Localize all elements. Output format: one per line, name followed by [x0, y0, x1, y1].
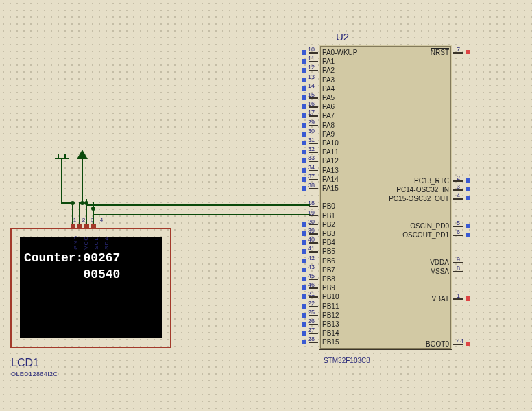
- pin-label: NRST: [431, 49, 449, 56]
- pin-label: PA7: [322, 112, 335, 119]
- pin-terminal[interactable]: [302, 268, 306, 272]
- lcd-pin-num-4: 4: [99, 217, 104, 223]
- pin-terminal[interactable]: [302, 132, 306, 137]
- pin-label: PA8: [322, 121, 335, 129]
- pin-label: PB3: [322, 230, 335, 237]
- pin-terminal[interactable]: [302, 340, 306, 344]
- pin-number: 3: [457, 183, 460, 190]
- pin-terminal[interactable]: [466, 296, 470, 301]
- pin-label: PC13_RTC: [414, 177, 449, 185]
- lcd-pin-numbers: 1 2 3 4: [72, 217, 104, 223]
- pin-number: 7: [457, 46, 460, 53]
- gnd-bar-1: [55, 158, 69, 159]
- pin-terminal[interactable]: [302, 158, 306, 163]
- lcd-line-2: 00540: [24, 268, 120, 281]
- pin-terminal[interactable]: [302, 123, 306, 128]
- pin-number: 5: [457, 220, 460, 226]
- lcd-pin-names: GND VCC SCL SDA: [73, 235, 110, 250]
- pin-terminal[interactable]: [302, 259, 306, 263]
- wire-sda[interactable]: [93, 214, 310, 215]
- pin-label: PB15: [322, 338, 339, 346]
- pin-terminal[interactable]: [302, 222, 306, 227]
- pin-terminal[interactable]: [302, 50, 306, 55]
- pin-terminal[interactable]: [466, 50, 470, 54]
- pin-label: PA15: [322, 185, 339, 192]
- pin-label: PB12: [322, 312, 339, 319]
- pin-terminal[interactable]: [302, 240, 306, 245]
- power-stem: [82, 158, 83, 202]
- pin-label: PB8: [322, 275, 335, 283]
- pin-label: PA5: [322, 94, 335, 102]
- pin-terminal[interactable]: [302, 249, 306, 254]
- pin-terminal[interactable]: [302, 150, 306, 154]
- wire-scl[interactable]: [86, 204, 310, 206]
- pin-terminal[interactable]: [302, 294, 306, 299]
- pin-label: PA9: [322, 130, 335, 138]
- pin-label: PA14: [322, 176, 339, 183]
- pin-label: PA6: [322, 103, 335, 110]
- pin-label: OSCIN_PD0: [410, 222, 449, 230]
- pin-label: PA0-WKUP: [322, 49, 358, 56]
- pin-terminal[interactable]: [466, 342, 470, 346]
- gnd-stem: [61, 159, 62, 202]
- pin-label: VDDA: [430, 259, 449, 266]
- gnd-tick-r: [64, 154, 66, 158]
- pin-terminal[interactable]: [302, 141, 306, 145]
- pin-terminal[interactable]: [302, 104, 306, 109]
- pin-terminal[interactable]: [302, 285, 306, 290]
- pin-label: PC15-OSC32_OUT: [389, 195, 449, 202]
- lcd-ref[interactable]: LCD1: [11, 357, 39, 369]
- lcd-pin-name-sda: SDA: [104, 235, 110, 250]
- pin-terminal[interactable]: [302, 113, 306, 118]
- pin-terminal[interactable]: [302, 86, 306, 91]
- pin-number: 2: [457, 174, 460, 181]
- pin-terminal[interactable]: [302, 68, 306, 73]
- pin-label: PA3: [322, 76, 335, 84]
- pin-terminal[interactable]: [466, 269, 470, 273]
- pin-label: PA13: [322, 167, 339, 174]
- pin-label: PC14-OSC32_IN: [396, 186, 449, 193]
- wire[interactable]: [72, 202, 73, 224]
- pin-label: BOOT0: [426, 340, 449, 348]
- lcd-pin-name-scl: SCL: [93, 235, 99, 250]
- pin-number: 44: [457, 338, 463, 344]
- pin-label: PA12: [322, 157, 339, 165]
- chip-value[interactable]: STM32F103C8: [324, 357, 370, 364]
- chip-ref[interactable]: U2: [336, 31, 349, 43]
- pin-terminal[interactable]: [302, 78, 306, 82]
- pin-number: 9: [457, 256, 460, 263]
- lcd-value[interactable]: OLED12864I2C: [11, 371, 58, 377]
- pin-terminal[interactable]: [302, 168, 306, 173]
- schematic-canvas[interactable]: 1 2 3 4 Counter:00267 00540 GND VCC SCL: [0, 0, 532, 411]
- wire[interactable]: [79, 202, 80, 224]
- pin-terminal[interactable]: [302, 177, 306, 182]
- pin-terminal[interactable]: [302, 59, 306, 64]
- pin-label: PA10: [322, 139, 339, 147]
- pin-terminal[interactable]: [466, 178, 470, 183]
- lcd-pin-name-gnd: GND: [73, 235, 79, 250]
- pin-terminal[interactable]: [302, 95, 306, 100]
- pin-terminal[interactable]: [302, 231, 306, 236]
- pin-label: PB7: [322, 266, 335, 274]
- pin-terminal[interactable]: [466, 224, 470, 228]
- pin-terminal[interactable]: [302, 322, 306, 327]
- pin-label: PA4: [322, 85, 335, 93]
- pin-terminal[interactable]: [302, 304, 306, 309]
- pin-label: PB10: [322, 293, 339, 301]
- pin-label: VBAT: [432, 295, 449, 303]
- chip-component[interactable]: 10PA0-WKUP11PA112PA213PA314PA415PA516PA6…: [319, 45, 452, 350]
- pin-terminal[interactable]: [302, 331, 306, 336]
- pin-label: PA1: [322, 58, 335, 65]
- pin-label: PB5: [322, 248, 335, 255]
- pin-terminal[interactable]: [466, 187, 470, 191]
- pin-terminal[interactable]: [302, 186, 306, 191]
- pin-terminal[interactable]: [466, 233, 470, 237]
- pin-number: 6: [457, 228, 460, 235]
- pin-terminal[interactable]: [466, 260, 470, 264]
- pin-label: OSCOUT_PD1: [402, 231, 449, 239]
- pin-terminal[interactable]: [302, 277, 306, 281]
- pin-terminal[interactable]: [302, 313, 306, 318]
- pin-label: PA2: [322, 67, 335, 74]
- pin-number: 8: [457, 265, 460, 272]
- pin-terminal[interactable]: [466, 196, 470, 200]
